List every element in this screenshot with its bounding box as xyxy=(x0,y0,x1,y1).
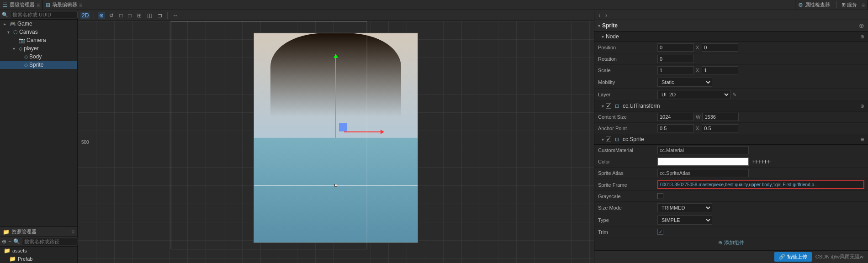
search-icon: 🔍 xyxy=(2,12,8,18)
trim-label: Trim xyxy=(598,229,657,235)
prop-position: Position X xyxy=(594,42,868,53)
scene-editor-tab[interactable]: ⊞ 场景编辑器 ≡ xyxy=(43,0,795,10)
tree-label-canvas: Canvas xyxy=(19,29,77,35)
asset-folder-icon: 📁 xyxy=(3,229,10,235)
uitransform-label: cc.UITransform xyxy=(623,103,660,109)
uitransform-checkbox[interactable]: ✓ xyxy=(606,103,611,109)
anchor-x-input[interactable] xyxy=(657,124,694,132)
scene-canvas[interactable]: 500 xyxy=(78,21,594,263)
layout-btn[interactable]: ↔ xyxy=(171,12,180,19)
tree-item-body[interactable]: ▸ ◇ Body xyxy=(0,53,77,61)
asset-item-prefab[interactable]: 📁 Prefab xyxy=(0,255,77,263)
tree-spacer xyxy=(0,69,77,226)
sprite-frame-value xyxy=(657,180,864,189)
ccsprite-label: cc.Sprite xyxy=(623,136,644,142)
grayscale-checkbox[interactable] xyxy=(657,193,663,199)
properties-scroll: ▾ Sprite ⊕ ▾ Node ⊕ Position X xyxy=(594,20,868,250)
content-w-input[interactable] xyxy=(657,113,694,121)
props-tab[interactable]: ⚙ 属性检查器 ⊞ 服务 ≡ xyxy=(795,0,868,10)
tree-item-player[interactable]: ▾ ◇ player xyxy=(0,44,77,53)
prop-custom-material: CustomMaterial xyxy=(594,145,868,156)
asset-item-assets[interactable]: 📁 assets xyxy=(0,247,77,255)
layer-menu-icon[interactable]: ≡ xyxy=(37,2,40,8)
layer-search-input[interactable] xyxy=(10,11,78,18)
ccsprite-checkbox[interactable]: ✓ xyxy=(606,137,611,142)
add-component-btn[interactable]: ⊕ 添加组件 xyxy=(594,237,868,248)
scale-label: Scale xyxy=(598,68,657,73)
layer-manager-tab[interactable]: ☰ 层级管理器 ≡ xyxy=(0,0,43,10)
align-btn[interactable]: ◫ xyxy=(146,12,153,19)
upload-icon: 🔗 xyxy=(779,254,785,260)
color-label: Color xyxy=(598,159,657,164)
prop-scale: Scale X xyxy=(594,65,868,76)
layer-edit-icon[interactable]: ✎ xyxy=(732,92,736,98)
ccsprite-arrow: ▾ xyxy=(602,137,604,142)
content-size-value: W xyxy=(657,113,864,121)
prop-grayscale: Grayscale xyxy=(594,191,868,202)
sprite-add-icon[interactable]: ⊕ xyxy=(859,22,864,29)
scale-tool-btn[interactable]: □ xyxy=(118,12,124,19)
red-arrowhead xyxy=(381,129,384,134)
tree-item-sprite[interactable]: ▸ ◇ Sprite xyxy=(0,61,77,69)
asset-remove-icon[interactable]: − xyxy=(8,238,11,245)
layer-select[interactable]: UI_2D DEFAULT xyxy=(657,90,730,99)
color-swatch[interactable] xyxy=(657,158,749,166)
rect-tool-btn[interactable]: □ xyxy=(127,12,133,19)
prop-rotation: Rotation xyxy=(594,53,868,65)
uitransform-arrow: ▾ xyxy=(602,104,604,109)
transform-btn[interactable]: ⊞ xyxy=(136,12,143,19)
add-component-label: 添加组件 xyxy=(724,239,744,246)
coord-label: 500 xyxy=(81,140,89,145)
custom-material-input[interactable] xyxy=(657,146,749,154)
scene-sprite[interactable] xyxy=(254,33,418,243)
tree-label-player: player xyxy=(24,45,77,52)
rotation-input[interactable] xyxy=(657,55,694,63)
snap-btn[interactable]: ⊐ xyxy=(156,12,164,19)
red-line xyxy=(344,131,381,132)
tree-item-canvas[interactable]: ▾ ⬡ Canvas xyxy=(0,28,77,36)
scale-y-input[interactable] xyxy=(702,66,738,74)
rotate-tool-btn[interactable]: ↺ xyxy=(108,12,115,19)
ccsprite-icon: ⊡ xyxy=(615,137,619,142)
anchor-y-input[interactable] xyxy=(702,124,738,132)
scale-x-input[interactable] xyxy=(657,66,694,74)
sprite-atlas-input[interactable] xyxy=(657,169,749,177)
tree-item-camera[interactable]: ▸ 📷 Camera xyxy=(0,36,77,44)
mobility-select[interactable]: Static Dynamic xyxy=(657,78,712,87)
props-menu-icon[interactable]: ≡ xyxy=(862,2,865,8)
position-y-input[interactable] xyxy=(702,43,738,52)
sprite-atlas-label: Sprite Atlas xyxy=(598,170,657,176)
prop-layer: Layer UI_2D DEFAULT ✎ xyxy=(594,89,868,101)
asset-menu-icon[interactable]: ≡ xyxy=(71,229,74,235)
layer-label: Layer xyxy=(598,92,657,97)
node-add-icon[interactable]: ⊕ xyxy=(860,34,864,40)
tree-item-game[interactable]: ▸ 🎮 Game xyxy=(0,20,77,28)
ccsprite-add-icon[interactable]: ⊕ xyxy=(860,137,864,142)
sprite-frame-label: Sprite Frame xyxy=(598,182,657,188)
scene-menu-icon[interactable]: ≡ xyxy=(79,2,82,8)
custom-material-label: CustomMaterial xyxy=(598,147,657,153)
trim-checkbox[interactable]: ✓ xyxy=(657,229,663,235)
position-x-input[interactable] xyxy=(657,43,694,52)
position-value: X xyxy=(657,43,864,52)
prefab-label: Prefab xyxy=(18,256,32,262)
ccsprite-section-header[interactable]: ▾ ✓ ⊡ cc.Sprite ⊕ xyxy=(594,134,868,145)
sprite-section-header[interactable]: ▾ Sprite ⊕ xyxy=(594,20,868,32)
tree-arrow-game: ▸ xyxy=(4,21,8,26)
type-select[interactable]: SIMPLE SLICED TILED xyxy=(657,216,712,225)
sprite-atlas-value xyxy=(657,169,864,177)
2d-btn[interactable]: 2D xyxy=(80,12,90,19)
nav-back-btn[interactable]: ‹ xyxy=(597,11,602,19)
size-mode-select[interactable]: TRIMMED RAW CUSTOM xyxy=(657,203,712,212)
upload-btn[interactable]: 🔗 拓链上传 xyxy=(774,252,812,262)
asset-add-icon[interactable]: ⊕ xyxy=(2,238,6,245)
move-tool-btn[interactable]: ⊕ xyxy=(98,12,105,19)
content-h-input[interactable] xyxy=(702,113,739,121)
nav-forward-btn[interactable]: › xyxy=(604,11,609,19)
size-mode-label: Size Mode xyxy=(598,205,657,210)
node-section-header[interactable]: ▾ Node ⊕ xyxy=(594,32,868,42)
uitransform-section-header[interactable]: ▾ ✓ ⊡ cc.UITransform ⊕ xyxy=(594,101,868,111)
sprite-frame-input[interactable] xyxy=(657,180,864,189)
uitransform-add-icon[interactable]: ⊕ xyxy=(860,103,864,109)
left-panel: 🔍 ≡ ▸ 🎮 Game ▾ ⬡ Canvas ▸ 📷 Camera ▾ ◇ p… xyxy=(0,10,78,263)
